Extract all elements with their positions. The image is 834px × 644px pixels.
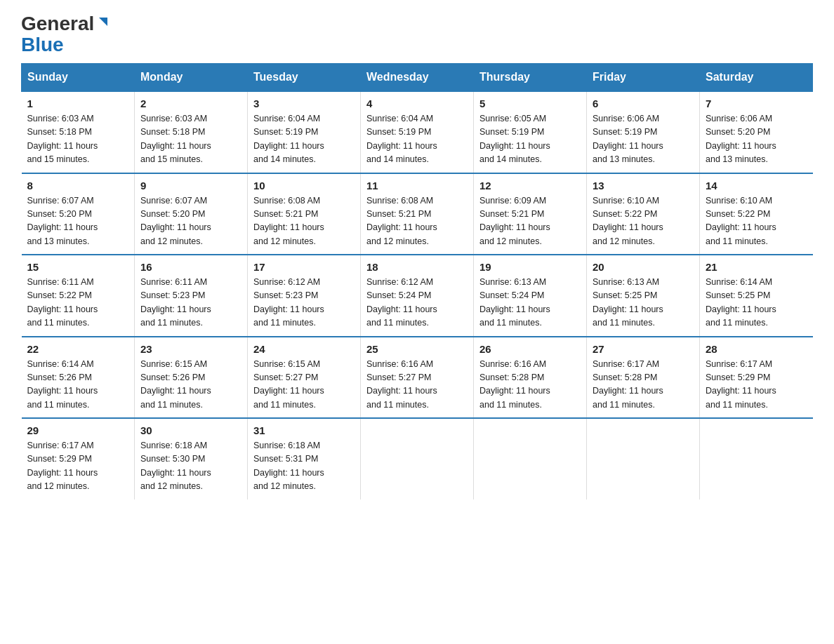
- calendar-cell: [587, 418, 700, 499]
- day-info: Sunrise: 6:07 AM Sunset: 5:20 PM Dayligh…: [140, 194, 241, 249]
- calendar-cell: 19Sunrise: 6:13 AM Sunset: 5:24 PM Dayli…: [474, 255, 587, 337]
- calendar-cell: 8Sunrise: 6:07 AM Sunset: 5:20 PM Daylig…: [22, 173, 135, 255]
- calendar-cell: 26Sunrise: 6:16 AM Sunset: 5:28 PM Dayli…: [474, 337, 587, 419]
- day-number: 2: [140, 98, 241, 109]
- day-number: 24: [253, 343, 355, 355]
- day-number: 22: [27, 343, 129, 355]
- calendar-cell: 16Sunrise: 6:11 AM Sunset: 5:23 PM Dayli…: [135, 255, 248, 337]
- calendar-cell: 3Sunrise: 6:04 AM Sunset: 5:19 PM Daylig…: [248, 91, 361, 173]
- day-number: 31: [253, 424, 355, 436]
- day-number: 12: [479, 180, 581, 192]
- day-info: Sunrise: 6:16 AM Sunset: 5:28 PM Dayligh…: [479, 358, 581, 412]
- day-number: 18: [366, 261, 468, 273]
- day-number: 9: [140, 180, 241, 192]
- header-tuesday: Tuesday: [248, 64, 361, 92]
- day-info: Sunrise: 6:17 AM Sunset: 5:29 PM Dayligh…: [27, 439, 129, 494]
- calendar-cell: 25Sunrise: 6:16 AM Sunset: 5:27 PM Dayli…: [361, 337, 474, 419]
- day-info: Sunrise: 6:17 AM Sunset: 5:29 PM Dayligh…: [706, 358, 807, 412]
- day-info: Sunrise: 6:12 AM Sunset: 5:23 PM Dayligh…: [253, 276, 355, 330]
- day-info: Sunrise: 6:15 AM Sunset: 5:26 PM Dayligh…: [140, 358, 241, 412]
- day-number: 27: [593, 343, 694, 355]
- day-number: 16: [140, 261, 241, 273]
- day-info: Sunrise: 6:15 AM Sunset: 5:27 PM Dayligh…: [253, 358, 355, 412]
- calendar-cell: 10Sunrise: 6:08 AM Sunset: 5:21 PM Dayli…: [248, 173, 361, 255]
- day-info: Sunrise: 6:16 AM Sunset: 5:27 PM Dayligh…: [366, 358, 468, 412]
- day-info: Sunrise: 6:09 AM Sunset: 5:21 PM Dayligh…: [479, 194, 581, 249]
- logo: General Blue: [21, 14, 111, 56]
- day-info: Sunrise: 6:10 AM Sunset: 5:22 PM Dayligh…: [706, 194, 807, 249]
- calendar-cell: 28Sunrise: 6:17 AM Sunset: 5:29 PM Dayli…: [700, 337, 813, 419]
- calendar-cell: 14Sunrise: 6:10 AM Sunset: 5:22 PM Dayli…: [700, 173, 813, 255]
- calendar-cell: 20Sunrise: 6:13 AM Sunset: 5:25 PM Dayli…: [587, 255, 700, 337]
- day-number: 20: [593, 261, 694, 273]
- logo-general: General: [21, 14, 94, 34]
- calendar-cell: 5Sunrise: 6:05 AM Sunset: 5:19 PM Daylig…: [474, 91, 587, 173]
- day-number: 1: [27, 98, 129, 109]
- week-row-4: 22Sunrise: 6:14 AM Sunset: 5:26 PM Dayli…: [22, 337, 813, 419]
- header-saturday: Saturday: [700, 64, 813, 92]
- day-number: 4: [366, 98, 468, 109]
- day-info: Sunrise: 6:03 AM Sunset: 5:18 PM Dayligh…: [140, 112, 241, 167]
- calendar-cell: 11Sunrise: 6:08 AM Sunset: 5:21 PM Dayli…: [361, 173, 474, 255]
- calendar-cell: 17Sunrise: 6:12 AM Sunset: 5:23 PM Dayli…: [248, 255, 361, 337]
- calendar-cell: 18Sunrise: 6:12 AM Sunset: 5:24 PM Dayli…: [361, 255, 474, 337]
- page-header: General Blue: [21, 14, 813, 56]
- day-number: 28: [706, 343, 807, 355]
- week-row-1: 1Sunrise: 6:03 AM Sunset: 5:18 PM Daylig…: [22, 91, 813, 173]
- day-number: 6: [593, 98, 694, 109]
- calendar-cell: [361, 418, 474, 499]
- calendar-cell: 23Sunrise: 6:15 AM Sunset: 5:26 PM Dayli…: [135, 337, 248, 419]
- day-info: Sunrise: 6:06 AM Sunset: 5:19 PM Dayligh…: [593, 112, 694, 167]
- calendar-cell: 22Sunrise: 6:14 AM Sunset: 5:26 PM Dayli…: [22, 337, 135, 419]
- day-info: Sunrise: 6:11 AM Sunset: 5:22 PM Dayligh…: [27, 276, 129, 330]
- header-friday: Friday: [587, 64, 700, 92]
- day-number: 29: [27, 424, 129, 436]
- day-number: 17: [253, 261, 355, 273]
- day-info: Sunrise: 6:12 AM Sunset: 5:24 PM Dayligh…: [366, 276, 468, 330]
- day-info: Sunrise: 6:08 AM Sunset: 5:21 PM Dayligh…: [253, 194, 355, 249]
- day-info: Sunrise: 6:11 AM Sunset: 5:23 PM Dayligh…: [140, 276, 241, 330]
- header-sunday: Sunday: [22, 64, 135, 92]
- day-number: 15: [27, 261, 129, 273]
- day-info: Sunrise: 6:17 AM Sunset: 5:28 PM Dayligh…: [593, 358, 694, 412]
- calendar-cell: 27Sunrise: 6:17 AM Sunset: 5:28 PM Dayli…: [587, 337, 700, 419]
- calendar-cell: 6Sunrise: 6:06 AM Sunset: 5:19 PM Daylig…: [587, 91, 700, 173]
- week-row-5: 29Sunrise: 6:17 AM Sunset: 5:29 PM Dayli…: [22, 418, 813, 499]
- day-number: 3: [253, 98, 355, 109]
- day-info: Sunrise: 6:07 AM Sunset: 5:20 PM Dayligh…: [27, 194, 129, 249]
- calendar-cell: 13Sunrise: 6:10 AM Sunset: 5:22 PM Dayli…: [587, 173, 700, 255]
- day-number: 14: [706, 180, 807, 192]
- calendar-cell: [700, 418, 813, 499]
- calendar-cell: 30Sunrise: 6:18 AM Sunset: 5:30 PM Dayli…: [135, 418, 248, 499]
- day-info: Sunrise: 6:14 AM Sunset: 5:26 PM Dayligh…: [27, 358, 129, 412]
- calendar-cell: 12Sunrise: 6:09 AM Sunset: 5:21 PM Dayli…: [474, 173, 587, 255]
- calendar-cell: 31Sunrise: 6:18 AM Sunset: 5:31 PM Dayli…: [248, 418, 361, 499]
- calendar-cell: 1Sunrise: 6:03 AM Sunset: 5:18 PM Daylig…: [22, 91, 135, 173]
- header-monday: Monday: [135, 64, 248, 92]
- day-number: 30: [140, 424, 241, 436]
- calendar-cell: 29Sunrise: 6:17 AM Sunset: 5:29 PM Dayli…: [22, 418, 135, 499]
- day-number: 21: [706, 261, 807, 273]
- day-info: Sunrise: 6:18 AM Sunset: 5:30 PM Dayligh…: [140, 439, 241, 494]
- day-number: 11: [366, 180, 468, 192]
- header-row: SundayMondayTuesdayWednesdayThursdayFrid…: [22, 64, 813, 92]
- calendar-cell: 4Sunrise: 6:04 AM Sunset: 5:19 PM Daylig…: [361, 91, 474, 173]
- week-row-3: 15Sunrise: 6:11 AM Sunset: 5:22 PM Dayli…: [22, 255, 813, 337]
- calendar-cell: 24Sunrise: 6:15 AM Sunset: 5:27 PM Dayli…: [248, 337, 361, 419]
- week-row-2: 8Sunrise: 6:07 AM Sunset: 5:20 PM Daylig…: [22, 173, 813, 255]
- calendar-cell: [474, 418, 587, 499]
- day-info: Sunrise: 6:10 AM Sunset: 5:22 PM Dayligh…: [593, 194, 694, 249]
- calendar-cell: 15Sunrise: 6:11 AM Sunset: 5:22 PM Dayli…: [22, 255, 135, 337]
- calendar-cell: 7Sunrise: 6:06 AM Sunset: 5:20 PM Daylig…: [700, 91, 813, 173]
- day-info: Sunrise: 6:04 AM Sunset: 5:19 PM Dayligh…: [253, 112, 355, 167]
- day-info: Sunrise: 6:06 AM Sunset: 5:20 PM Dayligh…: [706, 112, 807, 167]
- day-info: Sunrise: 6:18 AM Sunset: 5:31 PM Dayligh…: [253, 439, 355, 494]
- header-thursday: Thursday: [474, 64, 587, 92]
- day-number: 23: [140, 343, 241, 355]
- day-number: 10: [253, 180, 355, 192]
- calendar-cell: 9Sunrise: 6:07 AM Sunset: 5:20 PM Daylig…: [135, 173, 248, 255]
- day-number: 5: [479, 98, 581, 109]
- day-number: 8: [27, 180, 129, 192]
- day-number: 25: [366, 343, 468, 355]
- logo-blue: Blue: [21, 34, 64, 56]
